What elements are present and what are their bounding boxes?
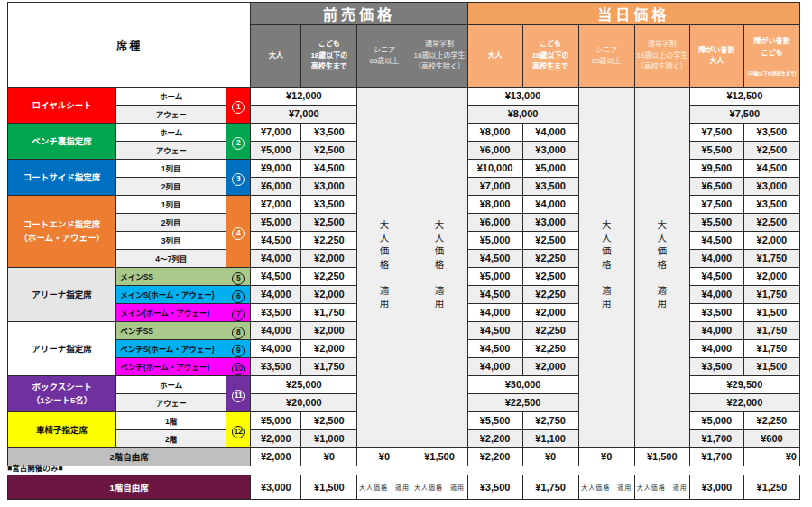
adult-price-applies-note: 大人価格 適用 <box>578 475 634 500</box>
price-cell: ¥12,000 <box>251 87 357 105</box>
price-cell: ¥5,000 <box>467 267 522 285</box>
col-header-sameday-senior: シニア 65歳以上 <box>578 25 634 88</box>
price-cell: ¥5,500 <box>689 141 743 159</box>
seat-sub-label: アウェー <box>116 105 226 123</box>
adult-price-applies-note: 大人価格 適用 <box>634 475 689 500</box>
price-cell: ¥3,500 <box>689 303 743 321</box>
col-header-disability-child-title: 障がい者割 こども <box>744 36 799 59</box>
price-cell: ¥1,700 <box>689 429 743 447</box>
price-cell: ¥0 <box>522 447 578 466</box>
price-cell: ¥4,500 <box>467 339 522 357</box>
price-sheet: 席種 前売価格 当日価格 大人 こども 18歳以下の 高校生まで シニア 65歳… <box>0 0 812 507</box>
price-cell: ¥1,500 <box>743 303 799 321</box>
price-cell: ¥2,000 <box>251 429 301 447</box>
seat-number-badge: 2 <box>226 123 251 159</box>
price-cell: ¥1,500 <box>301 475 357 500</box>
price-cell: ¥9,000 <box>251 159 301 177</box>
price-cell: ¥2,500 <box>301 411 357 429</box>
price-cell: ¥8,000 <box>467 195 522 213</box>
free-seat-row-label: 1階自由席 <box>8 475 251 500</box>
circled-number: 1 <box>232 101 245 114</box>
price-cell: ¥2,500 <box>743 141 799 159</box>
col-header-advance-senior: シニア 65歳以上 <box>357 25 411 88</box>
price-cell: ¥2,000 <box>522 357 578 375</box>
col-header-sameday-adult: 大人 <box>467 25 522 88</box>
price-cell: ¥5,000 <box>251 411 301 429</box>
price-cell: ¥7,000 <box>251 195 301 213</box>
adult-price-applies-text: 大人価格 適用 <box>600 220 614 312</box>
price-cell: ¥1,750 <box>743 339 799 357</box>
price-cell: ¥13,000 <box>467 87 578 105</box>
seat-sub-label: ベンチS(ホーム・アウェー) <box>116 339 226 357</box>
price-cell: ¥5,500 <box>467 411 522 429</box>
price-cell: ¥3,500 <box>743 195 799 213</box>
adult-price-applies-text: 大人価格 適用 <box>377 220 391 312</box>
price-cell: ¥3,500 <box>467 475 522 500</box>
price-cell: ¥2,250 <box>301 231 357 249</box>
row-free-1f: 1階自由席¥3,000¥1,500大人価格 適用大人価格 適用¥3,500¥1,… <box>8 475 800 500</box>
price-cell: ¥2,500 <box>743 213 799 231</box>
adult-price-applies-cell: 大人価格 適用 <box>634 87 689 447</box>
price-cell: ¥1,750 <box>743 321 799 339</box>
seat-sub-label: ホーム <box>116 123 226 141</box>
seat-number-badge: 6 <box>226 285 251 303</box>
col-header-disability-adult: 障がい者割 大人 <box>689 25 743 88</box>
col-header-advance-child: こども 18歳以下の 高校生まで <box>301 25 357 88</box>
price-cell: ¥5,500 <box>689 213 743 231</box>
price-cell: ¥0 <box>357 447 411 466</box>
seat-sub-label: ホーム <box>116 375 226 393</box>
price-cell: ¥1,700 <box>689 447 743 466</box>
price-cell: ¥1,500 <box>634 447 689 466</box>
seat-number-badge: 11 <box>226 375 251 411</box>
row-free-2f: 2階自由席¥2,000¥0¥0¥1,500¥2,200¥0¥0¥1,500¥1,… <box>8 447 800 466</box>
price-cell: ¥1,500 <box>411 447 467 466</box>
price-cell: ¥0 <box>743 447 799 466</box>
price-cell: ¥4,500 <box>467 285 522 303</box>
circled-number: 6 <box>232 290 245 303</box>
price-cell: ¥6,000 <box>467 213 522 231</box>
price-cell: ¥3,000 <box>301 177 357 195</box>
col-header-advance-adult: 大人 <box>251 25 301 88</box>
price-cell: ¥2,200 <box>467 447 522 466</box>
price-cell: ¥7,000 <box>251 123 301 141</box>
price-cell: ¥7,000 <box>467 177 522 195</box>
price-cell: ¥2,200 <box>467 429 522 447</box>
price-cell: ¥12,500 <box>689 87 799 105</box>
price-cell: ¥4,000 <box>522 123 578 141</box>
price-cell: ¥3,000 <box>522 213 578 231</box>
seat-name: ベンチ裏指定席 <box>8 123 116 159</box>
price-cell: ¥4,500 <box>251 267 301 285</box>
price-cell: ¥3,500 <box>689 357 743 375</box>
seat-name: アリーナ指定席 <box>8 321 116 375</box>
price-cell: ¥5,000 <box>522 159 578 177</box>
header-band-row: 席種 前売価格 当日価格 <box>8 3 800 25</box>
price-cell: ¥20,000 <box>251 393 357 411</box>
price-cell: ¥1,000 <box>301 429 357 447</box>
seat-number-badge: 8 <box>226 321 251 339</box>
price-cell: ¥6,000 <box>467 141 522 159</box>
circled-number: 8 <box>232 327 245 339</box>
price-cell: ¥2,750 <box>522 411 578 429</box>
seat-sub-label: ホーム <box>116 87 226 105</box>
price-cell: ¥8,000 <box>467 105 578 123</box>
price-table-miyako: 1階自由席¥3,000¥1,500大人価格 適用大人価格 適用¥3,500¥1,… <box>7 475 800 500</box>
row-royal-home: ロイヤルシートホーム1¥12,000大人価格 適用大人価格 適用¥13,000大… <box>8 87 800 105</box>
seat-sub-label: 2列目 <box>116 177 226 195</box>
seat-number-badge: 3 <box>226 159 251 195</box>
price-cell: ¥4,000 <box>467 357 522 375</box>
price-cell: ¥1,100 <box>522 429 578 447</box>
price-cell: ¥5,000 <box>689 411 743 429</box>
price-cell: ¥2,250 <box>301 267 357 285</box>
price-cell: ¥8,000 <box>467 123 522 141</box>
seat-sub-label: 1階 <box>116 411 226 429</box>
seat-sub-label: ベンチ(ホーム・アウェー) <box>116 357 226 375</box>
price-cell: ¥7,500 <box>689 195 743 213</box>
seat-type-header: 席種 <box>8 3 251 88</box>
seat-number-badge: 10 <box>226 357 251 375</box>
adult-price-applies-cell: 大人価格 適用 <box>578 87 634 447</box>
col-header-advance-student: 通常学割 18歳以上の学生 （高校生除く） <box>411 25 467 88</box>
price-cell: ¥3,500 <box>522 177 578 195</box>
price-cell: ¥2,000 <box>301 321 357 339</box>
price-cell: ¥22,500 <box>467 393 578 411</box>
price-cell: ¥600 <box>743 429 799 447</box>
